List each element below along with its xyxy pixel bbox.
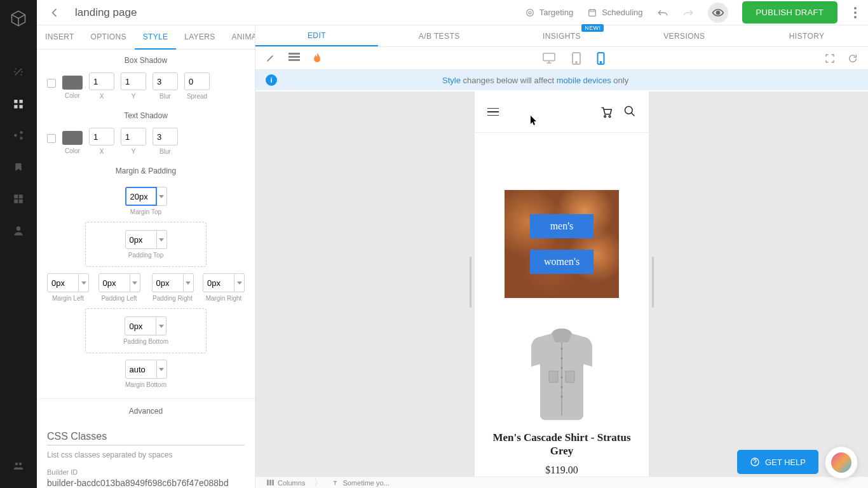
main-tab-insights[interactable]: INSIGHTSNEW! (501, 25, 623, 46)
panel-tab-layers[interactable]: LAYERS (176, 25, 223, 49)
main-tab-versions[interactable]: VERSIONS (623, 25, 745, 46)
left-panel: INSERT OPTIONS STYLE LAYERS ANIMATE DATA… (37, 25, 255, 488)
publish-button[interactable]: PUBLISH DRAFT (742, 1, 837, 24)
rail-apps-icon[interactable] (0, 183, 37, 215)
scheduling-button[interactable]: Scheduling (587, 8, 642, 18)
margin-bottom-input[interactable] (125, 360, 157, 379)
preview-eye-button[interactable] (708, 3, 728, 23)
padding-bottom-input[interactable] (125, 316, 156, 336)
cart-icon[interactable] (599, 105, 613, 119)
box-shadow-x-input[interactable] (89, 72, 114, 90)
rail-layers-icon[interactable] (0, 88, 37, 119)
device-tablet-icon[interactable] (571, 52, 581, 65)
svg-point-5 (20, 131, 23, 134)
main-tab-abtests[interactable]: A/B TESTS (378, 25, 501, 46)
text-shadow-blur-input[interactable] (153, 128, 178, 146)
refresh-icon[interactable] (848, 53, 858, 64)
padding-right-input[interactable] (152, 273, 184, 292)
margin-right-input[interactable] (203, 273, 234, 292)
svg-rect-8 (19, 194, 23, 198)
padding-bottom-dropdown[interactable] (156, 316, 166, 336)
app-logo-icon[interactable] (6, 6, 31, 30)
mens-button[interactable]: men's (530, 214, 593, 238)
rail-share-icon[interactable] (0, 119, 37, 151)
padding-left-dropdown[interactable] (130, 273, 140, 292)
panel-tabs: INSERT OPTIONS STYLE LAYERS ANIMATE DATA (37, 25, 255, 50)
panel-tab-insert[interactable]: INSERT (37, 25, 83, 49)
margin-top-input[interactable] (125, 187, 157, 206)
padding-bottom-label: Padding Bottom (123, 338, 168, 345)
panel-tab-style[interactable]: STYLE (135, 25, 177, 50)
margin-bottom-label: Margin Bottom (125, 381, 166, 388)
main-tab-history[interactable]: HISTORY (745, 25, 868, 46)
box-shadow-color-swatch[interactable] (62, 76, 83, 90)
main-area: EDIT A/B TESTS INSIGHTSNEW! VERSIONS HIS… (255, 25, 868, 488)
margin-bottom-dropdown[interactable] (157, 360, 167, 379)
redo-icon[interactable] (682, 8, 694, 17)
new-badge: NEW! (581, 24, 604, 32)
main-tab-edit[interactable]: EDIT (255, 25, 378, 46)
box-shadow-spread-input[interactable] (184, 72, 210, 90)
padding-right-dropdown[interactable] (184, 273, 194, 292)
tool-row (255, 47, 868, 70)
grid-icon[interactable] (288, 53, 300, 64)
advanced-header[interactable]: Advanced (37, 398, 255, 422)
panel-tab-options[interactable]: OPTIONS (83, 25, 135, 49)
rail-people-icon[interactable] (0, 450, 37, 482)
chat-bubble-button[interactable] (825, 446, 858, 479)
box-shadow-blur-input[interactable] (153, 72, 178, 90)
device-desktop-icon[interactable] (542, 52, 556, 65)
margin-right-label: Margin Right (206, 295, 242, 302)
product-price: $119.00 (545, 464, 578, 476)
pencil-icon[interactable] (266, 53, 276, 64)
margin-top-dropdown[interactable] (157, 187, 167, 206)
svg-point-14 (526, 9, 533, 16)
label-y2: Y (132, 148, 136, 155)
label-y: Y (132, 93, 136, 100)
hamburger-icon[interactable] (487, 108, 499, 116)
back-arrow-icon[interactable] (46, 4, 64, 22)
resize-handle-left[interactable] (470, 257, 471, 308)
margin-left-input[interactable] (47, 273, 79, 292)
product-image[interactable] (514, 323, 609, 422)
padding-left-input[interactable] (98, 273, 130, 292)
fullscreen-icon[interactable] (825, 53, 835, 64)
margin-left-dropdown[interactable] (79, 273, 89, 292)
more-menu-icon[interactable] (851, 7, 859, 18)
padding-top-label: Padding Top (128, 252, 163, 259)
crumb-item-2[interactable]: Sometime yo... (327, 479, 394, 487)
svg-point-4 (14, 134, 17, 137)
box-shadow-checkbox[interactable] (47, 79, 56, 88)
svg-rect-21 (288, 53, 300, 55)
css-classes-section: CSS Classes List css classes separated b… (37, 422, 255, 488)
canvas[interactable]: men's women's Men's Cascade Shirt - Stra… (255, 92, 868, 477)
crumb-columns[interactable]: Columns (262, 479, 310, 487)
svg-point-6 (20, 137, 23, 140)
css-classes-hint: List css classes separated by spaces (47, 451, 245, 459)
text-shadow-x-input[interactable] (89, 128, 114, 146)
box-shadow-y-input[interactable] (121, 72, 146, 90)
rail-magic-icon[interactable] (0, 56, 37, 88)
main-tabs: EDIT A/B TESTS INSIGHTSNEW! VERSIONS HIS… (255, 25, 868, 47)
svg-point-26 (576, 62, 577, 63)
device-mobile-icon[interactable] (597, 52, 605, 65)
text-shadow-color-swatch[interactable] (62, 131, 83, 145)
get-help-button[interactable]: GET HELP (737, 450, 818, 474)
womens-button[interactable]: women's (530, 250, 593, 274)
flame-icon[interactable] (313, 53, 322, 64)
padding-top-dropdown[interactable] (157, 230, 167, 249)
rail-account-icon[interactable] (0, 215, 37, 247)
panel-tab-animate[interactable]: ANIMATE (223, 25, 255, 49)
targeting-button[interactable]: Targeting (525, 8, 573, 18)
rail-bookmark-icon[interactable] (0, 151, 37, 183)
text-shadow-y-input[interactable] (121, 128, 146, 146)
padding-top-input[interactable] (125, 230, 157, 249)
margin-right-dropdown[interactable] (234, 273, 245, 292)
text-shadow-checkbox[interactable] (47, 134, 56, 143)
svg-point-29 (604, 116, 606, 118)
resize-handle-right[interactable] (652, 257, 654, 308)
svg-point-20 (854, 16, 857, 18)
search-icon[interactable] (623, 105, 636, 119)
undo-icon[interactable] (657, 8, 668, 17)
box-shadow-header: Box Shadow (37, 50, 255, 70)
